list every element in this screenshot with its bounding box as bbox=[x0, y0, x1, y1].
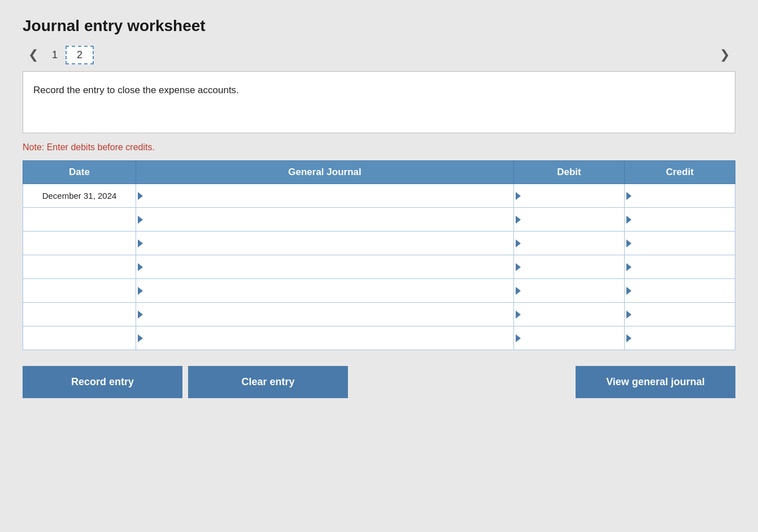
table-row bbox=[23, 232, 735, 255]
credit-cell-0[interactable] bbox=[625, 184, 735, 208]
triangle-icon bbox=[626, 216, 631, 224]
triangle-icon bbox=[516, 334, 521, 342]
triangle-icon bbox=[138, 311, 143, 319]
next-page-arrow[interactable]: ❯ bbox=[714, 45, 735, 64]
triangle-icon bbox=[626, 192, 631, 200]
journal-input-3[interactable] bbox=[143, 255, 513, 278]
debit-input-6[interactable] bbox=[521, 326, 624, 350]
credit-input-6[interactable] bbox=[631, 326, 735, 350]
buttons-row: Record entry Clear entry View general jo… bbox=[23, 366, 735, 398]
credit-input-0[interactable] bbox=[631, 184, 735, 207]
debit-cell-3[interactable] bbox=[514, 255, 625, 279]
page-title: Journal entry worksheet bbox=[23, 17, 735, 35]
triangle-icon bbox=[138, 192, 143, 200]
triangle-icon bbox=[626, 239, 631, 247]
credit-cell-2[interactable] bbox=[625, 232, 735, 255]
note-text: Note: Enter debits before credits. bbox=[23, 142, 735, 152]
triangle-icon bbox=[138, 287, 143, 295]
triangle-icon bbox=[516, 216, 521, 224]
clear-entry-button[interactable]: Clear entry bbox=[188, 366, 348, 398]
journal-cell-4[interactable] bbox=[136, 279, 514, 303]
credit-input-3[interactable] bbox=[631, 255, 735, 278]
col-header-debit: Debit bbox=[514, 161, 625, 184]
triangle-icon bbox=[626, 311, 631, 319]
record-entry-button[interactable]: Record entry bbox=[23, 366, 182, 398]
col-header-date: Date bbox=[23, 161, 136, 184]
triangle-icon bbox=[626, 263, 631, 271]
date-cell-3 bbox=[23, 255, 136, 279]
journal-cell-3[interactable] bbox=[136, 255, 514, 279]
journal-input-6[interactable] bbox=[143, 326, 513, 350]
triangle-icon bbox=[138, 334, 143, 342]
table-row: December 31, 2024 bbox=[23, 184, 735, 208]
triangle-icon bbox=[138, 239, 143, 247]
debit-cell-6[interactable] bbox=[514, 326, 625, 350]
triangle-icon bbox=[138, 263, 143, 271]
journal-input-4[interactable] bbox=[143, 279, 513, 302]
date-cell-1 bbox=[23, 208, 136, 232]
credit-cell-5[interactable] bbox=[625, 303, 735, 326]
pagination-row: ❮ 1 2 ❯ bbox=[23, 45, 735, 64]
credit-cell-6[interactable] bbox=[625, 326, 735, 350]
journal-cell-6[interactable] bbox=[136, 326, 514, 350]
debit-input-0[interactable] bbox=[521, 184, 624, 207]
debit-input-5[interactable] bbox=[521, 303, 624, 326]
date-cell-4 bbox=[23, 279, 136, 303]
description-box: Record the entry to close the expense ac… bbox=[23, 71, 735, 133]
journal-cell-5[interactable] bbox=[136, 303, 514, 326]
prev-page-arrow[interactable]: ❮ bbox=[23, 45, 44, 64]
journal-input-2[interactable] bbox=[143, 232, 513, 255]
col-header-credit: Credit bbox=[625, 161, 735, 184]
col-header-journal: General Journal bbox=[136, 161, 514, 184]
table-row bbox=[23, 255, 735, 279]
date-cell-0: December 31, 2024 bbox=[23, 184, 136, 208]
debit-input-1[interactable] bbox=[521, 208, 624, 231]
triangle-icon bbox=[516, 263, 521, 271]
view-general-journal-button[interactable]: View general journal bbox=[576, 366, 735, 398]
journal-input-1[interactable] bbox=[143, 208, 513, 231]
debit-input-3[interactable] bbox=[521, 255, 624, 278]
page-2-number[interactable]: 2 bbox=[66, 46, 94, 64]
table-row bbox=[23, 303, 735, 326]
journal-input-0[interactable] bbox=[143, 184, 513, 207]
debit-cell-5[interactable] bbox=[514, 303, 625, 326]
journal-cell-1[interactable] bbox=[136, 208, 514, 232]
credit-input-2[interactable] bbox=[631, 232, 735, 255]
debit-cell-2[interactable] bbox=[514, 232, 625, 255]
debit-cell-4[interactable] bbox=[514, 279, 625, 303]
credit-input-5[interactable] bbox=[631, 303, 735, 326]
debit-cell-1[interactable] bbox=[514, 208, 625, 232]
debit-input-4[interactable] bbox=[521, 279, 624, 302]
triangle-icon bbox=[516, 311, 521, 319]
page-1-number[interactable]: 1 bbox=[44, 47, 66, 63]
table-row bbox=[23, 279, 735, 303]
triangle-icon bbox=[138, 216, 143, 224]
triangle-icon bbox=[516, 287, 521, 295]
journal-table: Date General Journal Debit Credit Decemb… bbox=[23, 160, 735, 350]
credit-cell-1[interactable] bbox=[625, 208, 735, 232]
date-cell-5 bbox=[23, 303, 136, 326]
triangle-icon bbox=[516, 239, 521, 247]
date-cell-2 bbox=[23, 232, 136, 255]
credit-input-1[interactable] bbox=[631, 208, 735, 231]
credit-cell-4[interactable] bbox=[625, 279, 735, 303]
journal-cell-2[interactable] bbox=[136, 232, 514, 255]
triangle-icon bbox=[626, 287, 631, 295]
date-cell-6 bbox=[23, 326, 136, 350]
credit-input-4[interactable] bbox=[631, 279, 735, 302]
table-row bbox=[23, 326, 735, 350]
journal-input-5[interactable] bbox=[143, 303, 513, 326]
triangle-icon bbox=[516, 192, 521, 200]
credit-cell-3[interactable] bbox=[625, 255, 735, 279]
triangle-icon bbox=[626, 334, 631, 342]
table-row bbox=[23, 208, 735, 232]
debit-cell-0[interactable] bbox=[514, 184, 625, 208]
debit-input-2[interactable] bbox=[521, 232, 624, 255]
journal-cell-0[interactable] bbox=[136, 184, 514, 208]
